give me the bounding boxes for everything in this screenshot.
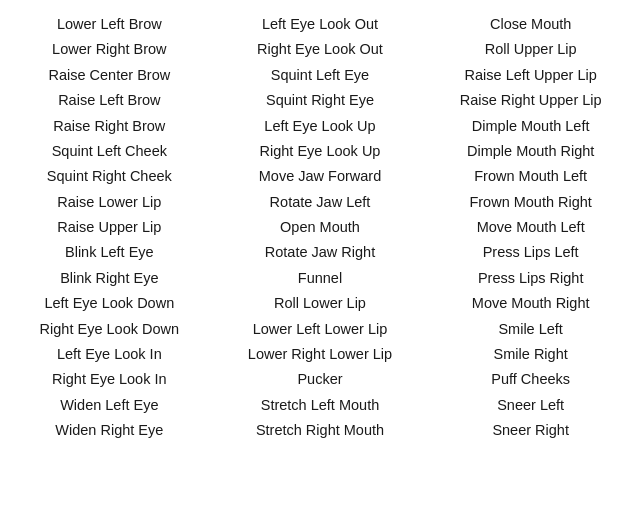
list-item: Dimple Mouth Right xyxy=(467,139,594,164)
list-item: Left Eye Look Up xyxy=(264,114,375,139)
list-item: Sneer Left xyxy=(497,393,564,418)
list-item: Puff Cheeks xyxy=(491,367,570,392)
list-item: Raise Left Brow xyxy=(58,88,160,113)
list-item: Stretch Left Mouth xyxy=(261,393,379,418)
list-item: Squint Right Cheek xyxy=(47,164,172,189)
list-item: Right Eye Look Out xyxy=(257,37,383,62)
list-item: Raise Right Brow xyxy=(53,114,165,139)
list-item: Frown Mouth Right xyxy=(469,190,592,215)
main-grid: Lower Left BrowLower Right BrowRaise Cen… xyxy=(4,8,636,447)
list-item: Lower Left Brow xyxy=(57,12,162,37)
list-item: Move Mouth Right xyxy=(472,291,590,316)
list-item: Raise Lower Lip xyxy=(57,190,161,215)
list-item: Rotate Jaw Right xyxy=(265,240,375,265)
list-item: Stretch Right Mouth xyxy=(256,418,384,443)
list-item: Raise Left Upper Lip xyxy=(465,63,597,88)
list-item: Dimple Mouth Left xyxy=(472,114,590,139)
list-item: Lower Right Brow xyxy=(52,37,166,62)
list-item: Lower Left Lower Lip xyxy=(253,317,388,342)
list-item: Blink Left Eye xyxy=(65,240,154,265)
list-item: Right Eye Look Up xyxy=(260,139,381,164)
list-item: Right Eye Look Down xyxy=(40,317,179,342)
list-item: Press Lips Left xyxy=(483,240,579,265)
list-item: Sneer Right xyxy=(492,418,569,443)
column-3: Close MouthRoll Upper LipRaise Left Uppe… xyxy=(425,8,636,447)
list-item: Move Mouth Left xyxy=(477,215,585,240)
list-item: Open Mouth xyxy=(280,215,360,240)
list-item: Squint Left Eye xyxy=(271,63,369,88)
list-item: Smile Left xyxy=(498,317,562,342)
list-item: Squint Right Eye xyxy=(266,88,374,113)
list-item: Left Eye Look Out xyxy=(262,12,378,37)
list-item: Roll Upper Lip xyxy=(485,37,577,62)
list-item: Lower Right Lower Lip xyxy=(248,342,392,367)
list-item: Press Lips Right xyxy=(478,266,584,291)
list-item: Blink Right Eye xyxy=(60,266,158,291)
list-item: Smile Right xyxy=(494,342,568,367)
column-2: Left Eye Look OutRight Eye Look OutSquin… xyxy=(215,8,426,447)
list-item: Move Jaw Forward xyxy=(259,164,381,189)
list-item: Left Eye Look Down xyxy=(44,291,174,316)
column-1: Lower Left BrowLower Right BrowRaise Cen… xyxy=(4,8,215,447)
list-item: Rotate Jaw Left xyxy=(270,190,371,215)
list-item: Raise Center Brow xyxy=(48,63,170,88)
list-item: Frown Mouth Left xyxy=(474,164,587,189)
list-item: Widen Right Eye xyxy=(55,418,163,443)
list-item: Pucker xyxy=(297,367,342,392)
list-item: Raise Upper Lip xyxy=(57,215,161,240)
list-item: Left Eye Look In xyxy=(57,342,162,367)
list-item: Roll Lower Lip xyxy=(274,291,366,316)
list-item: Right Eye Look In xyxy=(52,367,166,392)
list-item: Raise Right Upper Lip xyxy=(460,88,602,113)
list-item: Close Mouth xyxy=(490,12,571,37)
list-item: Squint Left Cheek xyxy=(52,139,167,164)
list-item: Funnel xyxy=(298,266,342,291)
list-item: Widen Left Eye xyxy=(60,393,158,418)
